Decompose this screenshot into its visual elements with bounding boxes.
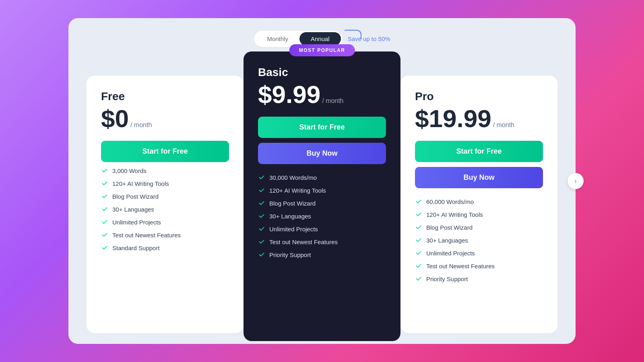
next-arrow-button[interactable]: ›: [568, 173, 584, 189]
free-start-button[interactable]: Start for Free: [101, 141, 229, 162]
check-icon: [101, 193, 108, 200]
pro-buy-button[interactable]: Buy Now: [415, 167, 543, 188]
check-icon: [258, 200, 265, 207]
pro-price-period: / month: [493, 121, 514, 129]
check-icon: [258, 251, 265, 258]
list-item: 30+ Languages: [101, 206, 229, 213]
list-item: Test out Newest Features: [101, 231, 229, 239]
list-item: Unlimited Projects: [258, 225, 386, 232]
basic-price-period: / month: [322, 97, 343, 105]
pro-features-list: 60,000 Words/mo 120+ AI Writing Tools Bl…: [415, 198, 543, 282]
check-icon: [415, 237, 422, 244]
check-icon: [101, 244, 108, 251]
save-label: Save up to 50%: [348, 35, 390, 42]
list-item: 30,000 Words/mo: [258, 174, 386, 181]
annual-option[interactable]: Annual: [299, 32, 341, 45]
basic-features-list: 30,000 Words/mo 120+ AI Writing Tools Bl…: [258, 174, 386, 258]
list-item: 120+ AI Writing Tools: [258, 187, 386, 194]
pro-plan-name: Pro: [415, 90, 543, 103]
list-item: Blog Post Wizard: [101, 193, 229, 200]
check-icon: [258, 225, 265, 232]
check-icon: [258, 212, 265, 220]
check-icon: [415, 198, 422, 205]
basic-buy-button[interactable]: Buy Now: [258, 143, 386, 164]
most-popular-badge: MOST POPULAR: [289, 44, 355, 56]
list-item: Blog Post Wizard: [415, 224, 543, 231]
pro-price-amount: $19.99: [415, 106, 491, 131]
list-item: 30+ Languages: [415, 237, 543, 244]
free-price-amount: $0: [101, 106, 129, 131]
list-item: 120+ AI Writing Tools: [415, 211, 543, 218]
check-icon: [258, 187, 265, 194]
list-item: 120+ AI Writing Tools: [101, 180, 229, 187]
pro-plan-card: Pro $19.99 / month Start for Free Buy No…: [400, 76, 557, 333]
list-item: Blog Post Wizard: [258, 200, 386, 207]
check-icon: [415, 211, 422, 218]
list-item: 30+ Languages: [258, 212, 386, 220]
list-item: Standard Support: [101, 244, 229, 251]
check-icon: [415, 275, 422, 282]
list-item: Unlimited Projects: [415, 249, 543, 257]
check-icon: [101, 218, 108, 226]
check-icon: [415, 262, 422, 269]
chevron-right-icon: ›: [574, 177, 576, 185]
check-icon: [415, 224, 422, 231]
monthly-option[interactable]: Monthly: [256, 32, 299, 45]
pricing-cards: Free $0 / month Start for Free 3,000 Wor…: [85, 60, 559, 341]
check-icon: [101, 180, 108, 187]
basic-price-amount: $9.99: [258, 82, 320, 107]
list-item: 60,000 Words/mo: [415, 198, 543, 205]
basic-plan-card: MOST POPULAR Basic $9.99 / month Start f…: [244, 51, 400, 341]
list-item: Test out Newest Features: [415, 262, 543, 269]
basic-start-button[interactable]: Start for Free: [258, 117, 386, 138]
free-price-row: $0 / month: [101, 106, 229, 131]
check-icon: [415, 249, 422, 257]
check-icon: [258, 238, 265, 245]
pro-price-row: $19.99 / month: [415, 106, 543, 131]
basic-price-row: $9.99 / month: [258, 82, 386, 107]
pricing-container: Monthly Annual Save up to 50% Free $0 / …: [68, 18, 576, 344]
list-item: Priority Support: [415, 275, 543, 282]
basic-plan-name: Basic: [258, 66, 386, 79]
free-plan-card: Free $0 / month Start for Free 3,000 Wor…: [87, 76, 244, 333]
check-icon: [258, 174, 265, 181]
check-icon: [101, 231, 108, 239]
list-item: Priority Support: [258, 251, 386, 258]
free-features-list: 3,000 Words 120+ AI Writing Tools Blog P…: [101, 167, 229, 251]
pro-start-button[interactable]: Start for Free: [415, 141, 543, 162]
list-item: Test out Newest Features: [258, 238, 386, 245]
list-item: 3,000 Words: [101, 167, 229, 174]
check-icon: [101, 206, 108, 213]
list-item: Unlimited Projects: [101, 218, 229, 226]
check-icon: [101, 167, 108, 174]
free-plan-name: Free: [101, 90, 229, 103]
free-price-period: / month: [130, 121, 152, 129]
